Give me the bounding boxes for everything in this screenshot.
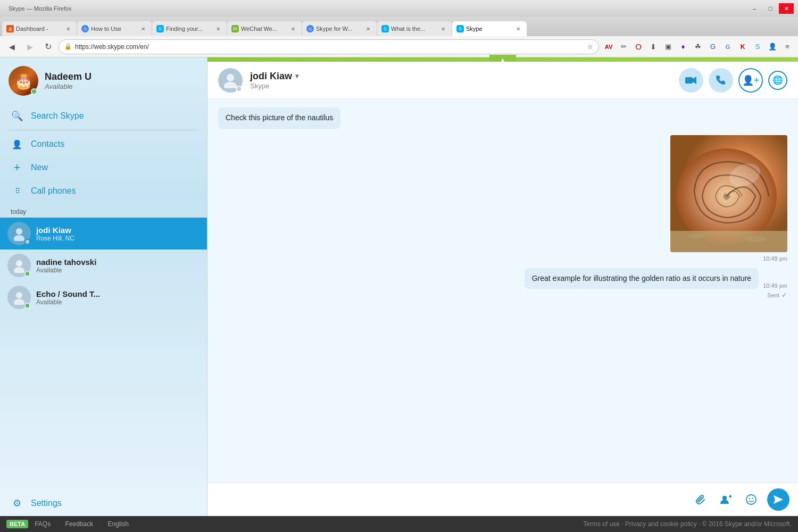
contact-name-dropdown[interactable]: ▾ (295, 72, 298, 80)
toolbar-stylus[interactable]: ✏ (617, 40, 630, 53)
tab-label-dashboard: Dashboard - (16, 26, 48, 32)
sent-label: Sent (767, 292, 779, 298)
message-image: 10:49 pm (670, 135, 787, 262)
contact-jodi-name: jodi Kiaw (36, 226, 200, 235)
tab-close-finding[interactable]: ✕ (214, 24, 222, 33)
minimize-button[interactable]: – (747, 3, 762, 14)
nav-search[interactable]: 🔍 Search Skype (0, 104, 207, 128)
close-button[interactable]: ✕ (779, 3, 794, 14)
nautilus-spiral-svg (670, 135, 787, 252)
nav-settings[interactable]: ⚙ Settings (0, 491, 207, 516)
footer-sep-2: · (99, 520, 101, 528)
tab-favicon-finding: S (156, 25, 164, 32)
globe-icon: 🌐 (772, 75, 783, 85)
tab-favicon-dashboard: a (6, 25, 14, 32)
user-info: Nadeem U Available (45, 71, 198, 90)
sent-row: Great example for illustrating the golde… (525, 268, 787, 289)
tab-dashboard[interactable]: a Dashboard - ✕ (2, 21, 77, 36)
emoji-button[interactable] (742, 490, 761, 509)
nav-contacts[interactable]: 👤 Contacts (0, 132, 207, 156)
contact-jodi-sub: Rose Hill, NC (36, 235, 200, 242)
toolbar-opera[interactable]: O (632, 40, 645, 53)
tab-skype[interactable]: S Skype ✕ (452, 21, 527, 36)
contact-jodi[interactable]: jodi Kiaw Rose Hill, NC (0, 218, 207, 250)
message-input[interactable] (216, 493, 684, 506)
video-call-button[interactable] (679, 68, 703, 93)
sidebar-footer: ⚙ Settings (0, 491, 207, 516)
user-avatar-container: 🎂 (9, 66, 38, 96)
nautilus-image (670, 135, 787, 252)
send-icon (773, 495, 784, 504)
footer-feedback[interactable]: Feedback (65, 520, 94, 528)
toolbar-ext1[interactable]: ▣ (662, 40, 675, 53)
svg-point-21 (752, 498, 753, 499)
address-bar[interactable]: 🔒 https://web.skype.com/en/ ☆ (59, 39, 599, 54)
tab-label-what: What is the... (391, 26, 425, 32)
forward-button[interactable]: ▶ (22, 39, 37, 54)
attach-file-button[interactable] (691, 490, 710, 509)
add-contact-chat-button[interactable] (716, 490, 735, 509)
svg-marker-9 (693, 77, 696, 84)
svg-point-4 (16, 292, 22, 298)
contact-echo[interactable]: Echo / Sound T... Available (0, 281, 207, 313)
call-phones-label: Call phones (31, 186, 76, 196)
globe-button[interactable]: 🌐 (768, 71, 787, 90)
tab-close-how[interactable]: ✕ (139, 24, 147, 33)
footer-english[interactable]: English (108, 520, 129, 528)
svg-point-20 (749, 498, 750, 499)
svg-point-5 (14, 299, 24, 305)
contact-nadine-status (24, 271, 30, 277)
tab-what-is[interactable]: S What is the... ✕ (377, 21, 452, 36)
toolbar-grammarly2[interactable]: G (721, 40, 734, 53)
phone-icon (716, 75, 726, 86)
contact-nadine[interactable]: nadine tahovski Available (0, 250, 207, 281)
toolbar-download[interactable]: ⬇ (647, 40, 660, 53)
add-contact-icon: 👤+ (742, 74, 760, 86)
toolbar-keeper[interactable]: K (736, 40, 749, 53)
tab-how-to-use[interactable]: G How to Use ✕ (77, 21, 152, 36)
footer-faqs[interactable]: FAQs (35, 520, 51, 528)
chat-header: jodi Kiaw ▾ Skype 👤 (207, 62, 798, 99)
chat-messages[interactable]: Check this picture of the nautilus (207, 99, 798, 483)
tab-favicon-skype-for: G (306, 25, 314, 32)
tab-close-skype[interactable]: ✕ (514, 24, 522, 33)
back-button[interactable]: ◀ (4, 39, 19, 54)
tab-close-dashboard[interactable]: ✕ (64, 24, 72, 33)
toolbar-profile[interactable]: 👤 (766, 40, 779, 53)
tab-skype-for-w[interactable]: G Skype for W... ✕ (302, 21, 377, 36)
browser-title: Skype — Mozilla Firefox (9, 5, 72, 12)
contact-echo-avatar (7, 286, 31, 309)
tab-favicon-how: G (81, 25, 89, 32)
tab-close-skype-for[interactable]: ✕ (364, 24, 372, 33)
svg-rect-8 (685, 77, 693, 84)
toolbar-avira[interactable]: AV (602, 40, 615, 53)
nav-call-phones[interactable]: ⠿ Call phones (0, 179, 207, 203)
tab-wechat[interactable]: W WeChat We... ✕ (227, 21, 302, 36)
user-status-indicator (31, 88, 37, 95)
toolbar-ext2[interactable]: ♦ (677, 40, 689, 53)
toolbar-grammarly1[interactable]: G (706, 40, 719, 53)
star-icon[interactable]: ☆ (587, 43, 593, 51)
svg-point-7 (224, 82, 237, 88)
call-phones-icon: ⠿ (11, 185, 23, 197)
chat-top-bar: ▲ (207, 57, 798, 62)
svg-point-1 (14, 235, 24, 241)
maximize-button[interactable]: □ (763, 3, 778, 14)
chat-contact-avatar-img (222, 72, 238, 88)
image-time: 10:49 pm (763, 255, 787, 262)
toolbar-skype-ext[interactable]: S (751, 40, 764, 53)
send-message-button[interactable] (767, 488, 789, 511)
add-contact-button[interactable]: 👤+ (738, 68, 763, 93)
browser-tabs: a Dashboard - ✕ G How to Use ✕ S Finding… (0, 17, 798, 36)
nav-new[interactable]: + New (0, 156, 207, 179)
contact-nadine-sub: Available (36, 267, 200, 274)
toolbar-menu[interactable]: ≡ (781, 40, 794, 53)
tab-finding[interactable]: S Finding your... ✕ (152, 21, 227, 36)
refresh-button[interactable]: ↻ (40, 39, 55, 54)
contact-echo-sub: Available (36, 298, 200, 306)
toolbar-evernote[interactable]: ☘ (692, 40, 704, 53)
voice-call-button[interactable] (709, 68, 733, 93)
tab-close-what[interactable]: ✕ (439, 24, 447, 33)
svg-point-16 (722, 496, 727, 500)
tab-close-wechat[interactable]: ✕ (289, 24, 297, 33)
